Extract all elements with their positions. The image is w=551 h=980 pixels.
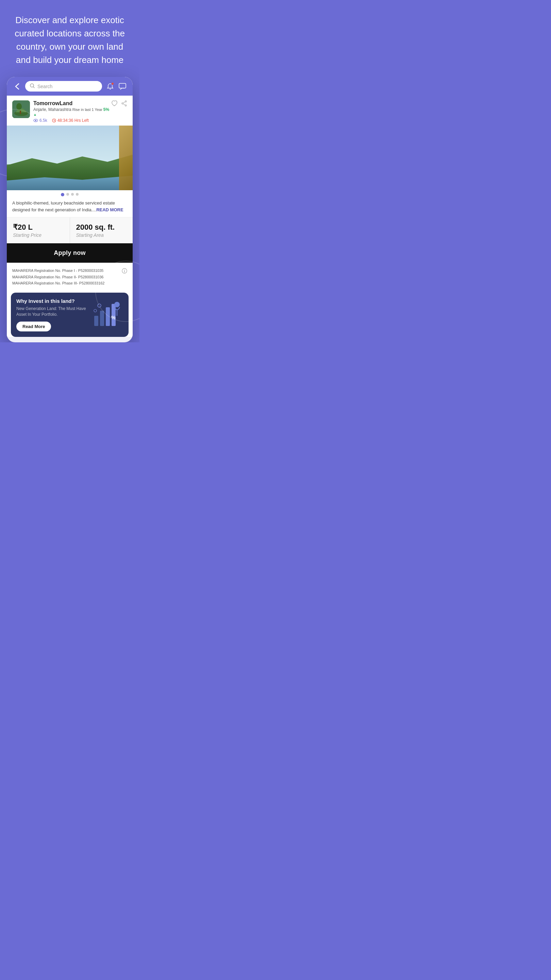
carousel-dots bbox=[7, 190, 133, 198]
info-icon[interactable] bbox=[122, 268, 127, 275]
area-label: Starting Area bbox=[76, 232, 127, 238]
maharera-line3: MAHARERA Registration No. Phase III- P52… bbox=[12, 280, 105, 286]
maharera-section: MAHARERA Registration No. Phase I - P528… bbox=[7, 263, 133, 289]
price-value: ₹20 L bbox=[13, 223, 64, 232]
svg-point-8 bbox=[35, 120, 37, 121]
property-info: TomorrowLand Anjarle, Maharashtra Rise i… bbox=[12, 100, 111, 123]
invest-title: Why Invest in this land? bbox=[16, 298, 89, 304]
content-card: TomorrowLand Anjarle, Maharashtra Rise i… bbox=[7, 95, 133, 337]
svg-point-13 bbox=[125, 105, 127, 106]
phone-card: Search bbox=[7, 77, 133, 342]
notification-badge bbox=[111, 82, 114, 85]
price-area: ₹20 L Starting Price 2000 sq. ft. Starti… bbox=[7, 217, 133, 243]
svg-point-12 bbox=[125, 101, 127, 102]
header-bar: Search bbox=[7, 77, 133, 95]
back-button[interactable] bbox=[12, 82, 22, 91]
property-thumbnail bbox=[12, 100, 30, 118]
carousel-dot-3[interactable] bbox=[71, 193, 74, 196]
carousel-dot-4[interactable] bbox=[76, 193, 79, 196]
svg-point-27 bbox=[98, 304, 101, 307]
maharera-line1: MAHARERA Registration No. Phase I - P528… bbox=[12, 267, 105, 274]
svg-rect-2 bbox=[119, 83, 126, 88]
svg-point-5 bbox=[16, 103, 22, 110]
property-header: TomorrowLand Anjarle, Maharashtra Rise i… bbox=[7, 95, 133, 126]
area-value: 2000 sq. ft. bbox=[76, 223, 127, 232]
search-placeholder: Search bbox=[37, 84, 52, 89]
maharera-lines: MAHARERA Registration No. Phase I - P528… bbox=[12, 267, 105, 286]
svg-line-16 bbox=[123, 104, 125, 105]
carousel-thumb-right bbox=[119, 126, 133, 190]
carousel-dot-2[interactable] bbox=[66, 193, 69, 196]
views-stat: 6.5k bbox=[33, 118, 47, 123]
read-more-link[interactable]: READ MORE bbox=[96, 207, 123, 212]
search-box[interactable]: Search bbox=[25, 81, 102, 92]
svg-rect-21 bbox=[100, 311, 104, 326]
svg-line-15 bbox=[123, 102, 125, 103]
property-stats: 6.5k 48:34:36 Hrs Left bbox=[33, 118, 111, 123]
carousel-main-image bbox=[7, 126, 133, 190]
invest-illustration: % bbox=[92, 301, 123, 329]
carousel-dot-1[interactable] bbox=[61, 193, 64, 196]
svg-rect-20 bbox=[94, 316, 98, 326]
messages-button[interactable] bbox=[118, 82, 127, 91]
svg-rect-22 bbox=[106, 307, 110, 326]
svg-point-24 bbox=[114, 302, 120, 307]
favorite-button[interactable] bbox=[111, 100, 118, 108]
svg-line-1 bbox=[33, 87, 34, 88]
svg-point-19 bbox=[124, 269, 125, 270]
search-icon bbox=[30, 83, 35, 89]
maharera-row: MAHARERA Registration No. Phase I - P528… bbox=[12, 267, 127, 286]
hero-title: Discover and explore exotic curated loca… bbox=[10, 14, 129, 67]
action-icons bbox=[111, 100, 127, 108]
svg-point-14 bbox=[122, 103, 123, 104]
share-button[interactable] bbox=[121, 100, 127, 108]
scene-sky bbox=[7, 126, 133, 164]
svg-rect-6 bbox=[20, 111, 21, 114]
svg-line-11 bbox=[54, 121, 55, 121]
invest-subtitle: New Generation Land: The Must Have Asset… bbox=[16, 306, 89, 318]
svg-text:%: % bbox=[111, 315, 116, 320]
invest-text: Why Invest in this land? New Generation … bbox=[16, 298, 89, 331]
property-location: Anjarle, Maharashtra Rise in last 1 Year… bbox=[33, 107, 111, 117]
property-details: TomorrowLand Anjarle, Maharashtra Rise i… bbox=[33, 100, 111, 123]
area-box: 2000 sq. ft. Starting Area bbox=[70, 218, 133, 243]
hero-section: Discover and explore exotic curated loca… bbox=[0, 0, 140, 73]
svg-point-28 bbox=[94, 309, 97, 312]
property-name: TomorrowLand bbox=[33, 100, 111, 107]
invest-read-more-button[interactable]: Read More bbox=[16, 321, 51, 331]
invest-card: Why Invest in this land? New Generation … bbox=[11, 293, 129, 337]
price-label: Starting Price bbox=[13, 232, 64, 238]
header-icons bbox=[105, 82, 127, 91]
apply-button[interactable]: Apply now bbox=[7, 243, 133, 263]
price-box: ₹20 L Starting Price bbox=[7, 218, 70, 243]
timer-stat: 48:34:36 Hrs Left bbox=[52, 118, 89, 123]
image-carousel[interactable] bbox=[7, 126, 133, 190]
property-description: A biophilic-themed, luxury beachside ser… bbox=[7, 198, 133, 217]
maharera-line2: MAHARERA Registration No. Phase II- P528… bbox=[12, 274, 105, 280]
notification-button[interactable] bbox=[105, 82, 115, 91]
